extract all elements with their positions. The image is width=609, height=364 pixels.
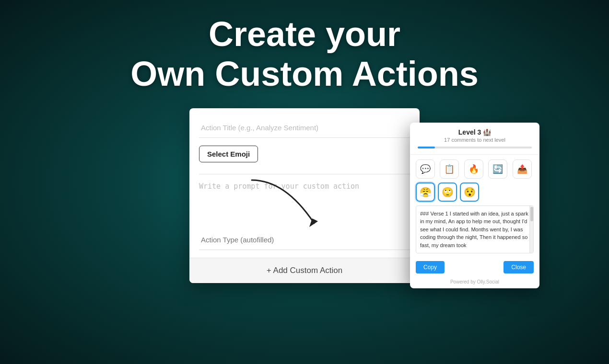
copy-button[interactable]: Copy xyxy=(416,261,445,273)
action-title-input[interactable] xyxy=(199,118,410,138)
text-output-content: ### Verse 1 I started with an idea, just… xyxy=(420,211,528,248)
action-icon-chat[interactable]: 💬 xyxy=(416,159,435,179)
preview-header: Level 3 🏰 17 comments to next level xyxy=(410,123,539,155)
progress-bar-fill xyxy=(418,147,435,148)
action-icon-share[interactable]: 📤 xyxy=(513,159,532,179)
custom-emoji-angry[interactable]: 😤 xyxy=(416,182,435,202)
emoji-divider xyxy=(199,174,410,174)
preview-card: Level 3 🏰 17 comments to next level 💬 📋 … xyxy=(410,123,539,288)
content-area: Select Emoji + Add Custom Action Level 3… xyxy=(74,108,535,283)
custom-emoji-row: 😤 🙄 😯 xyxy=(410,182,539,205)
headline-line2: Own Custom Actions xyxy=(130,55,478,93)
level-subtitle: 17 comments to next level xyxy=(418,137,532,143)
headline-section: Create your Own Custom Actions xyxy=(130,14,478,94)
add-action-label: + Add Custom Action xyxy=(267,266,342,275)
preview-footer-buttons: Copy Close xyxy=(410,257,539,277)
headline-line1: Create your xyxy=(209,15,400,53)
prompt-textarea[interactable] xyxy=(199,182,410,220)
action-icon-edit[interactable]: 📋 xyxy=(440,159,459,179)
progress-bar-background xyxy=(418,147,532,148)
select-emoji-button[interactable]: Select Emoji xyxy=(199,146,258,162)
scroll-thumb xyxy=(530,207,533,221)
close-button[interactable]: Close xyxy=(504,261,534,273)
powered-by: Powered by Olly.Social xyxy=(410,277,539,288)
level-title: Level 3 🏰 xyxy=(418,128,532,136)
text-output-area: ### Verse 1 I started with an idea, just… xyxy=(416,205,534,253)
action-icon-refresh[interactable]: 🔄 xyxy=(488,159,507,179)
action-icon-fire[interactable]: 🔥 xyxy=(464,159,483,179)
action-form-card: Select Emoji + Add Custom Action xyxy=(189,108,420,283)
action-type-input xyxy=(199,230,410,250)
add-action-bar[interactable]: + Add Custom Action xyxy=(189,258,420,283)
action-icons-grid: 💬 📋 🔥 🔄 📤 xyxy=(410,155,539,182)
scroll-indicator[interactable] xyxy=(529,206,533,253)
custom-emoji-surprised[interactable]: 😯 xyxy=(460,182,479,202)
custom-emoji-eyeroll[interactable]: 🙄 xyxy=(438,182,457,202)
